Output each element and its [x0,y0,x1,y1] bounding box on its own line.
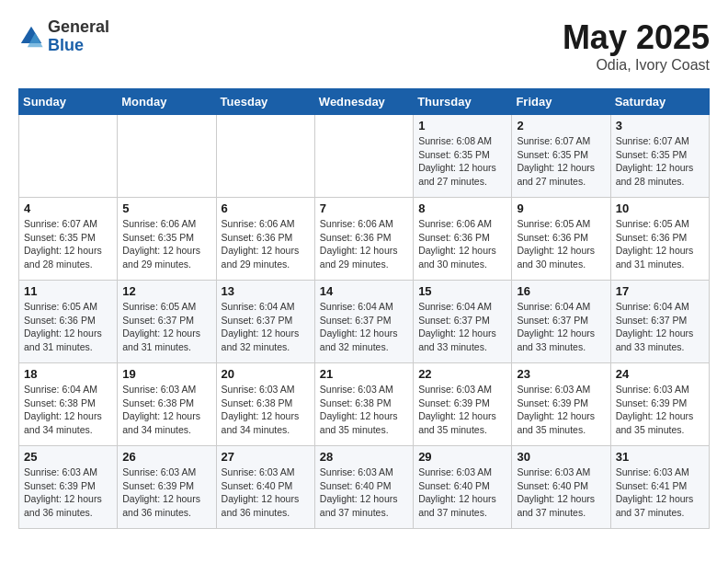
logo-general: General [48,17,109,36]
day-number: 4 [24,201,112,215]
day-info: Sunrise: 6:05 AM Sunset: 6:37 PM Dayligh… [122,300,210,354]
day-cell: 31Sunrise: 6:03 AM Sunset: 6:41 PM Dayli… [610,446,709,529]
day-cell: 20Sunrise: 6:03 AM Sunset: 6:38 PM Dayli… [216,363,314,446]
week-row-5: 25Sunrise: 6:03 AM Sunset: 6:39 PM Dayli… [19,446,710,529]
day-cell: 19Sunrise: 6:03 AM Sunset: 6:38 PM Dayli… [118,363,216,446]
day-number: 30 [517,450,605,464]
day-cell [118,115,216,198]
header-cell-thursday: Thursday [414,89,512,115]
day-cell: 10Sunrise: 6:05 AM Sunset: 6:36 PM Dayli… [610,198,709,281]
day-info: Sunrise: 6:03 AM Sunset: 6:39 PM Dayligh… [24,465,112,520]
day-cell: 3Sunrise: 6:07 AM Sunset: 6:35 PM Daylig… [610,115,709,198]
day-number: 27 [222,450,310,464]
day-number: 9 [517,201,605,215]
day-number: 22 [418,367,506,381]
header-cell-saturday: Saturday [610,89,709,115]
logo-icon [18,24,44,50]
day-cell: 21Sunrise: 6:03 AM Sunset: 6:38 PM Dayli… [314,363,413,446]
day-number: 14 [320,284,408,298]
day-cell: 7Sunrise: 6:06 AM Sunset: 6:36 PM Daylig… [314,198,413,281]
title-block: May 2025 Odia, Ivory Coast [563,18,710,74]
day-number: 5 [122,201,210,215]
day-number: 26 [122,450,210,464]
header-cell-tuesday: Tuesday [216,89,314,115]
day-cell: 25Sunrise: 6:03 AM Sunset: 6:39 PM Dayli… [19,446,118,529]
day-number: 11 [24,284,112,298]
day-cell: 9Sunrise: 6:05 AM Sunset: 6:36 PM Daylig… [512,198,610,281]
day-info: Sunrise: 6:03 AM Sunset: 6:40 PM Dayligh… [418,465,506,520]
day-cell: 4Sunrise: 6:07 AM Sunset: 6:35 PM Daylig… [19,198,118,281]
page-header: General Blue May 2025 Odia, Ivory Coast [18,18,710,74]
day-info: Sunrise: 6:04 AM Sunset: 6:37 PM Dayligh… [222,300,310,354]
day-cell: 2Sunrise: 6:07 AM Sunset: 6:35 PM Daylig… [512,115,610,198]
day-info: Sunrise: 6:03 AM Sunset: 6:39 PM Dayligh… [517,383,605,437]
day-info: Sunrise: 6:05 AM Sunset: 6:36 PM Dayligh… [616,217,704,271]
day-cell: 15Sunrise: 6:04 AM Sunset: 6:37 PM Dayli… [414,281,512,363]
day-cell: 5Sunrise: 6:06 AM Sunset: 6:35 PM Daylig… [118,198,216,281]
day-info: Sunrise: 6:06 AM Sunset: 6:36 PM Dayligh… [222,217,310,271]
day-cell: 24Sunrise: 6:03 AM Sunset: 6:39 PM Dayli… [610,363,709,446]
day-number: 24 [616,367,704,381]
day-cell: 22Sunrise: 6:03 AM Sunset: 6:39 PM Dayli… [414,363,512,446]
day-number: 3 [616,119,704,132]
day-number: 8 [418,201,506,215]
day-number: 6 [222,201,310,215]
day-info: Sunrise: 6:07 AM Sunset: 6:35 PM Dayligh… [616,134,704,189]
day-info: Sunrise: 6:03 AM Sunset: 6:40 PM Dayligh… [517,465,605,520]
day-number: 13 [222,284,310,298]
day-cell: 16Sunrise: 6:04 AM Sunset: 6:37 PM Dayli… [512,281,610,363]
day-cell [314,115,413,198]
day-cell: 23Sunrise: 6:03 AM Sunset: 6:39 PM Dayli… [512,363,610,446]
day-number: 25 [24,450,112,464]
day-number: 17 [616,284,704,298]
header-row: SundayMondayTuesdayWednesdayThursdayFrid… [19,89,710,115]
day-info: Sunrise: 6:06 AM Sunset: 6:36 PM Dayligh… [320,217,408,271]
calendar-table: SundayMondayTuesdayWednesdayThursdayFrid… [18,88,710,529]
day-info: Sunrise: 6:04 AM Sunset: 6:38 PM Dayligh… [24,383,112,437]
day-number: 2 [517,119,605,132]
header-cell-monday: Monday [118,89,216,115]
day-info: Sunrise: 6:05 AM Sunset: 6:36 PM Dayligh… [517,217,605,271]
day-cell: 8Sunrise: 6:06 AM Sunset: 6:36 PM Daylig… [414,198,512,281]
logo-text: General Blue [48,18,109,55]
day-info: Sunrise: 6:06 AM Sunset: 6:35 PM Dayligh… [122,217,210,271]
header-cell-wednesday: Wednesday [314,89,413,115]
day-number: 7 [320,201,408,215]
day-number: 1 [418,119,506,132]
day-number: 18 [24,367,112,381]
day-number: 16 [517,284,605,298]
day-info: Sunrise: 6:04 AM Sunset: 6:37 PM Dayligh… [616,300,704,354]
day-number: 10 [616,201,704,215]
day-cell: 1Sunrise: 6:08 AM Sunset: 6:35 PM Daylig… [414,115,512,198]
day-info: Sunrise: 6:03 AM Sunset: 6:40 PM Dayligh… [222,465,310,520]
day-info: Sunrise: 6:03 AM Sunset: 6:38 PM Dayligh… [320,383,408,437]
day-info: Sunrise: 6:03 AM Sunset: 6:39 PM Dayligh… [122,465,210,520]
day-cell [216,115,314,198]
day-cell: 30Sunrise: 6:03 AM Sunset: 6:40 PM Dayli… [512,446,610,529]
day-info: Sunrise: 6:03 AM Sunset: 6:39 PM Dayligh… [418,383,506,437]
day-cell: 28Sunrise: 6:03 AM Sunset: 6:40 PM Dayli… [314,446,413,529]
day-info: Sunrise: 6:03 AM Sunset: 6:41 PM Dayligh… [616,465,704,520]
logo: General Blue [18,18,109,55]
calendar-header: SundayMondayTuesdayWednesdayThursdayFrid… [19,89,710,115]
day-info: Sunrise: 6:03 AM Sunset: 6:40 PM Dayligh… [320,465,408,520]
day-info: Sunrise: 6:08 AM Sunset: 6:35 PM Dayligh… [418,134,506,189]
week-row-4: 18Sunrise: 6:04 AM Sunset: 6:38 PM Dayli… [19,363,710,446]
day-cell: 29Sunrise: 6:03 AM Sunset: 6:40 PM Dayli… [414,446,512,529]
day-info: Sunrise: 6:04 AM Sunset: 6:37 PM Dayligh… [320,300,408,354]
day-number: 29 [418,450,506,464]
day-number: 12 [122,284,210,298]
calendar-subtitle: Odia, Ivory Coast [563,57,710,74]
day-info: Sunrise: 6:03 AM Sunset: 6:39 PM Dayligh… [616,383,704,437]
day-info: Sunrise: 6:07 AM Sunset: 6:35 PM Dayligh… [517,134,605,189]
day-cell: 27Sunrise: 6:03 AM Sunset: 6:40 PM Dayli… [216,446,314,529]
day-info: Sunrise: 6:07 AM Sunset: 6:35 PM Dayligh… [24,217,112,271]
week-row-1: 1Sunrise: 6:08 AM Sunset: 6:35 PM Daylig… [19,115,710,198]
day-cell: 6Sunrise: 6:06 AM Sunset: 6:36 PM Daylig… [216,198,314,281]
day-info: Sunrise: 6:04 AM Sunset: 6:37 PM Dayligh… [418,300,506,354]
calendar-title: May 2025 [563,18,710,57]
day-cell: 17Sunrise: 6:04 AM Sunset: 6:37 PM Dayli… [610,281,709,363]
day-info: Sunrise: 6:03 AM Sunset: 6:38 PM Dayligh… [222,383,310,437]
day-number: 21 [320,367,408,381]
day-cell: 26Sunrise: 6:03 AM Sunset: 6:39 PM Dayli… [118,446,216,529]
